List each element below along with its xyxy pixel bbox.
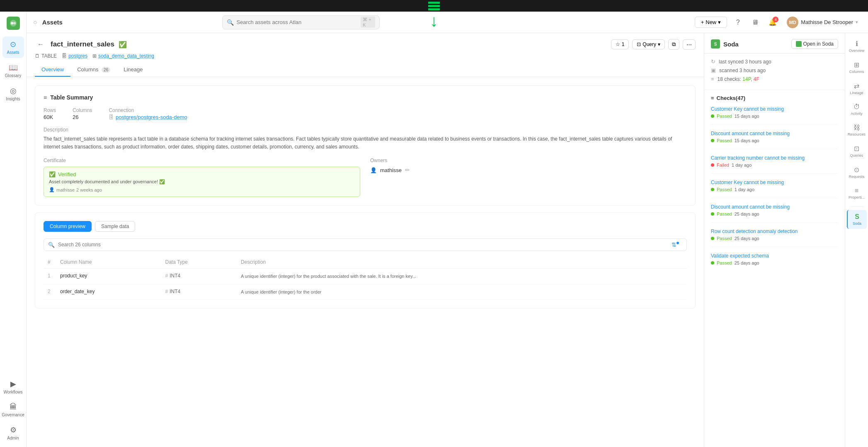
open-soda-button[interactable]: Open in Soda — [791, 39, 838, 49]
sidebar-item-glossary[interactable]: 📖 Glossary — [2, 60, 24, 81]
plus-icon: + — [701, 19, 704, 25]
checks-summary-row: ≡ 18 checks: 14P, 4F — [711, 76, 838, 82]
topbar — [0, 0, 868, 12]
col-desc-cell: A unique identifier (integer) for the pr… — [237, 269, 687, 284]
soda-title: S Soda — [711, 39, 739, 49]
preview-tabs: Column preview Sample data — [44, 221, 687, 232]
star-button[interactable]: ☆ 1 — [611, 39, 629, 49]
new-button[interactable]: + New ▾ — [695, 17, 727, 28]
rail-resources[interactable]: ⛓ Resources — [847, 121, 867, 140]
check-name[interactable]: Customer Key cannot be missing — [711, 180, 838, 185]
sample-data-tab[interactable]: Sample data — [95, 221, 135, 232]
tab-columns[interactable]: Columns 26 — [70, 63, 117, 77]
rail-properties[interactable]: ≡ Properti... — [847, 184, 867, 203]
queries-rail-icon: ⊡ — [854, 145, 859, 153]
asset-title: fact_internet_sales — [51, 40, 114, 49]
check-time: 25 days ago — [735, 211, 759, 216]
filter-icon[interactable]: ⇅ — [672, 241, 676, 248]
checks-section: ≡ Checks(47) Customer Key cannot be miss… — [704, 90, 845, 447]
sidebar-item-assets[interactable]: ⊙ Assets — [2, 36, 24, 58]
check-name[interactable]: Discount amount cannot be missing — [711, 131, 838, 136]
user-icon: 👤 — [49, 187, 55, 192]
certificate-box: ✅ Verified Asset completely documented a… — [44, 167, 360, 197]
check-time: 1 day ago — [735, 187, 754, 192]
check-name[interactable]: Row count detection anomaly detection — [711, 228, 838, 234]
lineage-rail-icon: ⇄ — [854, 82, 859, 90]
status-dot — [711, 261, 714, 265]
asset-tabs: Overview Columns 26 Lineage — [35, 63, 696, 77]
column-search-input[interactable] — [58, 242, 668, 248]
back-button[interactable]: ← — [35, 40, 46, 49]
globe-icon: ○ — [33, 19, 37, 26]
search-bar[interactable]: 🔍 ⌘ + K — [222, 15, 380, 29]
check-item: Row count detection anomaly detection Pa… — [711, 228, 838, 247]
topbar-indicator — [428, 2, 440, 10]
column-search[interactable]: 🔍 ⇅ — [44, 238, 687, 251]
query-button[interactable]: ⊡ Query ▾ — [632, 39, 665, 49]
col-name-cell: order_date_key — [56, 284, 161, 300]
activity-rail-icon: ⏱ — [853, 103, 860, 111]
check-time: 1 day ago — [732, 163, 752, 168]
check-status: Passed 15 days ago — [711, 114, 838, 119]
check-item: Discount amount cannot be missing Passed… — [711, 204, 838, 223]
tab-lineage[interactable]: Lineage — [117, 63, 149, 77]
sidebar-item-workflows[interactable]: ▶ Workflows — [2, 376, 24, 398]
scanned-row: ▣ scanned 3 hours ago — [711, 67, 838, 73]
check-name[interactable]: Customer Key cannot be missing — [711, 106, 838, 112]
asset-header: ← fact_internet_sales ✅ ☆ 1 ⊡ Query ▾ — [27, 33, 704, 77]
col-name-cell: product_key — [56, 269, 161, 284]
filter-dot — [676, 242, 679, 244]
monitor-button[interactable]: 🖥 — [749, 16, 762, 29]
col-type-cell: # INT4 — [161, 284, 237, 300]
user-name: Mathisse De Strooper — [801, 19, 853, 25]
search-cols-icon: 🔍 — [48, 242, 55, 248]
help-button[interactable]: ? — [731, 16, 744, 29]
owner-icon: 👤 — [370, 167, 377, 173]
rail-activity[interactable]: ⏱ Activity — [847, 100, 867, 119]
keyboard-shortcut: ⌘ + K — [361, 17, 375, 28]
left-sidebar: ⊙ Assets 📖 Glossary ◎ Insights ▶ Workflo… — [0, 12, 27, 447]
stats-row: Rows 60K Columns 26 Connection 🗄 — [44, 107, 687, 120]
rail-queries[interactable]: ⊡ Queries — [847, 141, 867, 161]
check-name[interactable]: Discount amount cannot be missing — [711, 204, 838, 210]
sidebar-item-admin[interactable]: ⚙ Admin — [2, 422, 24, 444]
rail-overview[interactable]: ℹ Overview — [847, 36, 867, 56]
avatar: MD — [787, 17, 798, 28]
cert-owners-row: Certificate ✅ Verified Asset completely … — [44, 158, 687, 197]
checks-icon: ≡ — [711, 76, 714, 82]
column-preview-tab[interactable]: Column preview — [44, 221, 92, 232]
owners-section: Owners 👤 mathisse ✏ — [370, 158, 687, 197]
glossary-icon: 📖 — [9, 63, 18, 72]
rail-requests[interactable]: ⊙ Requests — [847, 163, 867, 182]
asset-panel: ← fact_internet_sales ✅ ☆ 1 ⊡ Query ▾ — [27, 33, 704, 447]
search-input[interactable] — [236, 19, 358, 25]
soda-logo: S — [711, 39, 720, 49]
tab-overview[interactable]: Overview — [35, 63, 70, 77]
more-button[interactable]: ⋯ — [683, 39, 696, 50]
user-menu[interactable]: MD Mathisse De Strooper ▾ — [783, 15, 861, 30]
check-name[interactable]: Carrier tracking number cannot be missin… — [711, 155, 838, 161]
rail-divider — [850, 206, 863, 206]
asset-meta: 🗒 TABLE 🗄 postgres ⊞ soda_demo_data_test… — [35, 53, 696, 59]
rail-soda[interactable]: S Soda — [847, 210, 867, 229]
query-chevron-icon: ▾ — [658, 41, 660, 47]
copy-button[interactable]: ⧉ — [668, 39, 679, 50]
rail-lineage[interactable]: ⇄ Lineage — [847, 79, 867, 98]
sidebar-item-governance[interactable]: 🏛 Governance — [2, 399, 24, 420]
notification-button[interactable]: 🔔 4 — [766, 16, 779, 29]
copy-icon: ⧉ — [672, 41, 676, 47]
col-header-num: # — [44, 256, 56, 269]
table-row: 2 order_date_key # INT4 A unique identif… — [44, 284, 687, 300]
check-status: Passed 1 day ago — [711, 187, 838, 192]
edit-owner-icon[interactable]: ✏ — [405, 167, 410, 173]
connection-icon: 🗄 — [109, 114, 114, 120]
assets-icon: ⊙ — [10, 40, 16, 49]
scan-icon: ▣ — [711, 67, 716, 73]
sidebar-item-insights[interactable]: ◎ Insights — [2, 83, 24, 104]
status-dot — [711, 139, 714, 142]
col-header-desc: Description — [237, 256, 687, 269]
cert-by: 👤 mathisse 2 weeks ago — [49, 187, 355, 192]
check-name[interactable]: Validate expected schema — [711, 253, 838, 259]
rail-columns[interactable]: ⊞ Columns — [847, 58, 867, 77]
owner-name: mathisse — [380, 167, 402, 173]
